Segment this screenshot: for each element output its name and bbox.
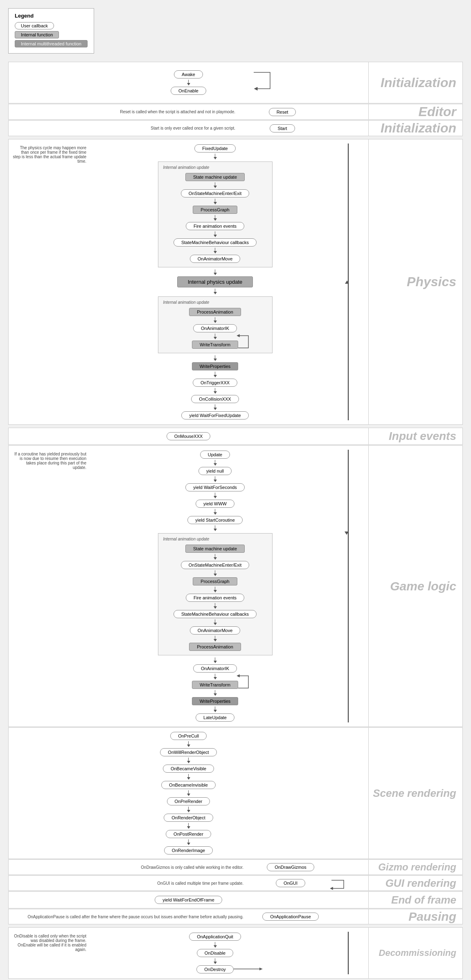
gizmo-rendering-section: OnDrawGizmos is only called while workin…: [8, 859, 463, 875]
legend-item-internal: Internal function: [15, 31, 88, 38]
node-onrenderimage: OnRenderImage: [164, 846, 213, 854]
pausing-section-label: Pausing: [408, 910, 456, 924]
node-fire-anim-events-1: Fire animation events: [186, 222, 244, 230]
node-yield-waitforseconds: yield WaitForSeconds: [185, 483, 245, 491]
initialization1-content: Awake OnEnable: [9, 62, 368, 103]
game-logic-anim-title-1: Internal animation update: [163, 537, 267, 541]
physics-note: The physics cycle may happen more than o…: [13, 144, 90, 420]
game-logic-section: If a coroutine has yielded previously bu…: [8, 445, 463, 727]
legend-title: Legend: [15, 13, 88, 19]
node-onanimatormove-2: OnAnimatorMove: [190, 626, 241, 635]
node-processanimation-2: ProcessAnimation: [189, 643, 241, 651]
decommissioning-section-label: Decommissioning: [379, 948, 456, 958]
node-onmousexxx: OnMouseXXX: [167, 432, 211, 440]
gizmo-rendering-label: Gizmo rendering: [368, 860, 462, 875]
node-writeproperties-1: WriteProperties: [192, 362, 239, 370]
scene-rendering-label: Scene rendering: [368, 728, 462, 859]
node-processanimation-1: ProcessAnimation: [189, 308, 241, 316]
node-oncollision: OnCollisionXXX: [191, 395, 239, 403]
pausing-section: OnApplicationPause is called after the f…: [8, 909, 463, 924]
game-logic-content: If a coroutine has yielded previously bu…: [9, 446, 368, 727]
physics-anim-title-2: Internal animation update: [163, 300, 267, 305]
pausing-label: Pausing: [368, 909, 462, 924]
node-statemachine-callbacks-1: StateMachineBehaviour callbacks: [174, 238, 257, 247]
node-processgraph-2: ProcessGraph: [193, 577, 237, 585]
initialization1-section-label: Initialization: [381, 75, 456, 90]
physics-anim-title-1: Internal animation update: [163, 165, 267, 170]
node-onenable: OnEnable: [171, 87, 206, 95]
physics-anim-update-2: Internal animation update ProcessAnimati…: [158, 296, 273, 353]
node-onstatemachine-1: OnStateMachineEnter/Exit: [181, 189, 250, 197]
node-ontrigger: OnTriggerXXX: [193, 379, 237, 387]
initialization2-section: Start is only ever called once for a giv…: [8, 120, 463, 136]
initialization1-section: Awake OnEnable Initialization: [8, 62, 463, 103]
editor-label: Editor: [368, 104, 462, 119]
gui-rendering-section: OnGUI is called multiple time per frame …: [8, 875, 463, 891]
init2-note: Start is only ever called once for a giv…: [13, 126, 241, 130]
physics-section: The physics cycle may happen more than o…: [8, 139, 463, 425]
editor-note: Reset is called when the script is attac…: [13, 110, 241, 114]
node-reset: Reset: [269, 108, 296, 116]
scene-rendering-section-label: Scene rendering: [373, 787, 456, 800]
page: Legend User callback Internal function I…: [0, 0, 471, 980]
node-fire-anim-events-2: Fire animation events: [186, 594, 244, 602]
decommissioning-label: Decommissioning: [368, 928, 462, 978]
node-onwillrenderobject: OnWillRenderObject: [160, 748, 216, 756]
legend-item-user: User callback: [15, 22, 88, 29]
node-onprerender: OnPreRender: [167, 797, 210, 805]
node-onapplicationpause: OnApplicationPause: [262, 913, 319, 921]
editor-section-label: Editor: [419, 104, 456, 119]
gizmo-note: OnDrawGizmos is only called while workin…: [13, 865, 250, 870]
node-yield-waitforfixedupdate: yield WaitForFixedUpdate: [181, 411, 248, 419]
node-writetransform-1: WriteTransform: [192, 341, 238, 349]
game-logic-anim-1: Internal animation update State machine …: [158, 533, 273, 655]
decommissioning-note: OnDisable is called only when the script…: [13, 932, 90, 974]
node-yield-www: yield WWW: [196, 500, 234, 508]
end-of-frame-section: yield WaitForEndOfFrame End of frame: [8, 891, 463, 908]
node-onbecamevisible: OnBecameVisible: [163, 765, 214, 773]
node-writeproperties-2: WriteProperties: [192, 697, 239, 705]
node-statemachine-update-1: State machine update: [185, 173, 245, 181]
node-ondrawgizmos: OnDrawGizmos: [267, 863, 314, 871]
node-awake: Awake: [174, 70, 203, 78]
legend: Legend User callback Internal function I…: [8, 8, 94, 54]
node-onprecull: OnPreCull: [170, 732, 207, 740]
input-events-section: OnMouseXXX Input events: [8, 428, 463, 445]
decommissioning-section: OnDisable is called only when the script…: [8, 927, 463, 979]
initialization2-label: Initialization: [368, 121, 462, 136]
gui-rendering-label: GUI rendering: [368, 876, 462, 890]
scene-rendering-section: OnPreCull OnWillRenderObject OnBecameVis…: [8, 727, 463, 859]
node-start: Start: [270, 124, 295, 132]
node-onstatemachine-2: OnStateMachineEnter/Exit: [181, 561, 250, 569]
node-onanimatorik-1: OnAnimatorIK: [193, 324, 237, 332]
node-onanimatorik-2: OnAnimatorIK: [193, 664, 237, 673]
gui-note: OnGUI is called multiple time per frame …: [13, 881, 250, 886]
node-update: Update: [200, 451, 230, 459]
legend-user-callback: User callback: [15, 22, 54, 29]
node-ondisable: OnDisable: [197, 949, 233, 957]
end-of-frame-label: End of frame: [368, 892, 462, 908]
node-onrenderobject: OnRenderObject: [164, 814, 213, 822]
node-yield-null: yield null: [198, 467, 232, 475]
node-fixedupdate: FixedUpdate: [194, 144, 235, 152]
input-events-section-label: Input events: [389, 430, 456, 443]
physics-section-label: Physics: [407, 274, 456, 289]
node-processgraph-1: ProcessGraph: [193, 206, 237, 214]
physics-anim-update-1: Internal animation update State machine …: [158, 161, 273, 267]
node-statemachine-update-2: State machine update: [185, 545, 245, 553]
end-of-frame-section-label: End of frame: [391, 894, 456, 906]
game-logic-label: Game logic: [368, 446, 462, 727]
node-internal-physics: Internal physics update: [177, 276, 253, 287]
legend-mt-function: Internal multithreaded function: [15, 40, 88, 47]
node-statemachine-callbacks-2: StateMachineBehaviour callbacks: [174, 610, 257, 618]
legend-internal-function: Internal function: [15, 31, 59, 38]
node-onanimatormove-1: OnAnimatorMove: [190, 255, 241, 263]
node-yield-waitforendofframe: yield WaitForEndOfFrame: [155, 896, 222, 904]
physics-content: The physics cycle may happen more than o…: [9, 139, 368, 424]
physics-label: Physics: [368, 139, 462, 424]
legend-item-mt: Internal multithreaded function: [15, 40, 88, 47]
editor-section: Reset is called when the script is attac…: [8, 104, 463, 120]
node-writetransform-2: WriteTransform: [192, 681, 238, 689]
node-lateupdate: LateUpdate: [196, 713, 234, 722]
input-events-label: Input events: [368, 428, 462, 444]
